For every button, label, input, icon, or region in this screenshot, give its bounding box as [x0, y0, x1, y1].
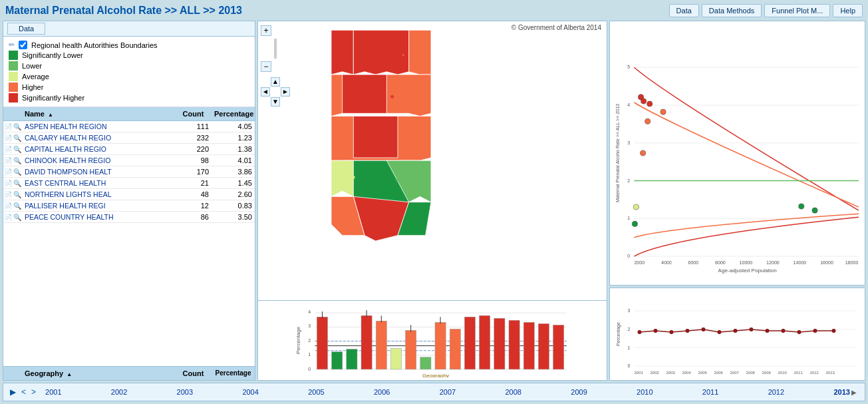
data-methods-button[interactable]: Data Methods	[702, 4, 762, 17]
table-row[interactable]: 📄 🔍 CALGARY HEALTH REGIO 232 1.23	[3, 132, 255, 144]
svg-text:3: 3	[628, 308, 631, 313]
timeline-year-2007[interactable]: 2007	[438, 388, 457, 396]
table-row[interactable]: 📄 🔍 EAST CENTRAL HEALTH 21 1.45	[3, 178, 255, 189]
svg-point-18	[390, 95, 394, 99]
svg-point-14	[358, 51, 360, 53]
timeline-year-2005[interactable]: 2005	[307, 388, 325, 396]
play-button[interactable]: ▶	[9, 387, 17, 397]
row-icons: 📄 🔍	[3, 178, 22, 188]
bar-y-label: Percentage	[295, 326, 301, 354]
svg-rect-58	[553, 325, 564, 369]
zoom-out-button[interactable]: −	[261, 61, 271, 72]
boundary-pencil-icon: ✏	[9, 41, 15, 49]
svg-point-119	[686, 329, 690, 333]
svg-point-128	[832, 329, 836, 333]
boundary-checkbox[interactable]	[19, 41, 27, 49]
prev-button[interactable]: <	[20, 387, 27, 397]
timeline-year-2009[interactable]: 2009	[569, 388, 588, 396]
svg-point-124	[766, 329, 770, 333]
svg-point-126	[797, 330, 801, 334]
table-header: Name ▲ Count Percentage	[3, 107, 255, 121]
svg-text:Percentage: Percentage	[616, 322, 621, 346]
doc-icon: 📄	[4, 214, 12, 221]
svg-marker-5	[343, 75, 387, 113]
th-percentage[interactable]: Percentage	[212, 107, 255, 120]
legend-lower-label: Lower	[22, 62, 42, 70]
svg-text:2011: 2011	[794, 371, 803, 375]
svg-point-15	[380, 46, 382, 48]
timeline-year-2012[interactable]: 2012	[767, 388, 786, 396]
search-icon: 🔍	[13, 146, 21, 153]
doc-icon: 📄	[4, 202, 12, 210]
svg-text:2010: 2010	[778, 371, 788, 375]
timeline-year-2004[interactable]: 2004	[241, 388, 259, 396]
doc-icon: 📄	[4, 123, 12, 130]
th-count[interactable]: Count	[175, 107, 212, 120]
legend-sig-lower-label: Significantly Lower	[22, 51, 83, 59]
table-row[interactable]: 📄 🔍 NORTHERN LIGHTS HEAL 48 2.60	[3, 189, 255, 200]
funnel-plot-button[interactable]: Funnel Plot M...	[764, 4, 830, 17]
table-row[interactable]: 📄 🔍 CHINOOK HEALTH REGIO 98 4.01	[3, 155, 255, 166]
svg-rect-53	[480, 315, 490, 369]
bth-geography[interactable]: Geography ▲	[22, 367, 175, 380]
svg-point-17	[368, 90, 372, 93]
timeline-year-2006[interactable]: 2006	[372, 388, 391, 396]
timeline-year-2013[interactable]: 2013	[832, 388, 851, 396]
svg-point-20	[385, 140, 388, 143]
timeline-year-2010[interactable]: 2010	[635, 388, 654, 396]
pan-left-button[interactable]: ◄	[261, 87, 270, 97]
timeline-year-2003[interactable]: 2003	[176, 388, 194, 396]
bar-chart-panel: Percentage 0 1 2 3 4	[258, 300, 607, 380]
legend-sig-lower-color	[9, 51, 18, 60]
search-icon: 🔍	[13, 157, 21, 164]
svg-text:2000: 2000	[634, 260, 645, 266]
table-row[interactable]: 📄 🔍 ASPEN HEALTH REGION 111 4.05	[3, 121, 255, 132]
legend-higher-color	[9, 83, 18, 92]
svg-point-90	[641, 150, 646, 156]
geo-sort-icon: ▲	[67, 371, 72, 377]
row-count: 12	[175, 200, 212, 211]
search-icon: 🔍	[13, 134, 21, 142]
table-row[interactable]: 📄 🔍 PALLISER HEALTH REGI 12 0.83	[3, 200, 255, 212]
bth-percentage[interactable]: Percentage	[212, 367, 255, 380]
data-button[interactable]: Data	[669, 4, 699, 17]
row-name: CALGARY HEALTH REGIO	[22, 132, 175, 143]
table-row[interactable]: 📄 🔍 PEACE COUNTRY HEALTH 86 3.50	[3, 212, 255, 223]
timeline-year-2011[interactable]: 2011	[701, 388, 720, 396]
svg-rect-48	[420, 357, 431, 369]
svg-rect-37	[317, 317, 327, 369]
svg-text:2005: 2005	[698, 371, 708, 375]
svg-text:10000: 10000	[740, 260, 753, 266]
row-pct: 4.01	[212, 155, 255, 166]
svg-text:3: 3	[627, 140, 630, 146]
data-table: Name ▲ Count Percentage 📄 🔍 ASPEN HEALTH…	[3, 107, 255, 380]
timeline-year-2002[interactable]: 2002	[110, 388, 128, 396]
svg-point-117	[654, 329, 658, 333]
svg-text:Year: Year	[740, 377, 750, 377]
svg-text:2003: 2003	[666, 371, 676, 375]
svg-text:12000: 12000	[766, 260, 780, 266]
svg-point-118	[670, 330, 674, 334]
data-tab-button[interactable]: Data	[7, 23, 45, 35]
next-button[interactable]: >	[30, 387, 37, 397]
th-name[interactable]: Name ▲	[22, 107, 175, 120]
table-row[interactable]: 📄 🔍 CAPITAL HEALTH REGIO 220 1.38	[3, 144, 255, 155]
table-row[interactable]: 📄 🔍 DAVID THOMPSON HEALT 170 3.86	[3, 166, 255, 178]
timeline-year-2001[interactable]: 2001	[44, 388, 63, 396]
legend-sig-higher-color	[9, 93, 18, 102]
map-area[interactable]: © Government of Alberta 2014 + − ▲ ◄ ►	[258, 21, 607, 300]
bth-count[interactable]: Count	[175, 367, 212, 380]
row-count: 48	[175, 189, 212, 200]
svg-text:2006: 2006	[714, 371, 724, 375]
search-icon: 🔍	[13, 191, 21, 198]
svg-point-116	[638, 330, 642, 334]
help-button[interactable]: Help	[833, 4, 863, 17]
search-icon: 🔍	[13, 168, 21, 176]
row-icons: 📄 🔍	[3, 133, 22, 143]
svg-rect-55	[509, 320, 519, 369]
zoom-in-button[interactable]: +	[261, 25, 271, 36]
timeline-scroll[interactable]: ▶	[851, 389, 859, 396]
timeline-year-2008[interactable]: 2008	[504, 388, 523, 396]
center-panel: © Government of Alberta 2014 + − ▲ ◄ ►	[257, 21, 607, 381]
svg-text:2009: 2009	[762, 371, 772, 375]
